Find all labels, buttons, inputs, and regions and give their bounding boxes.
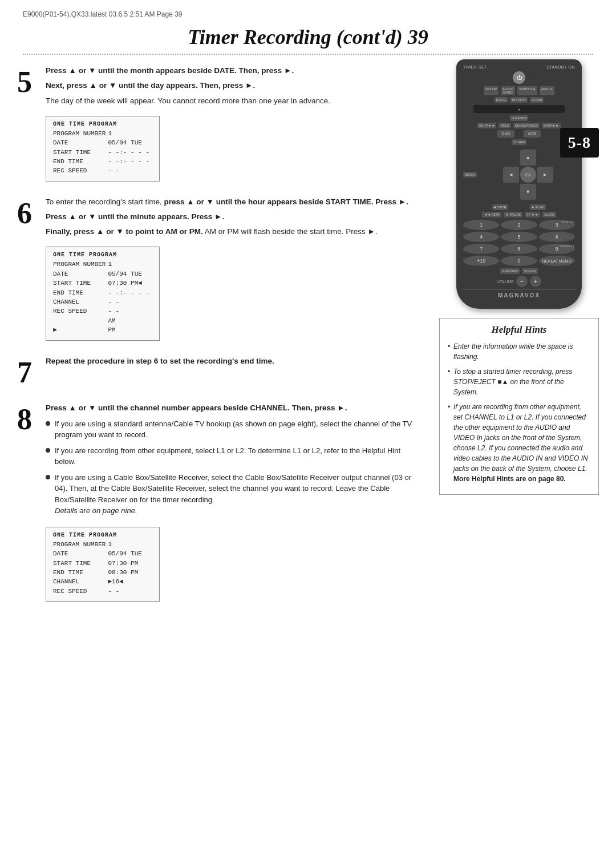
setup-button[interactable]: SETUP	[484, 86, 499, 95]
list-item: Enter the information while the space is…	[448, 341, 590, 362]
ff-button[interactable]: FF ►►	[525, 212, 540, 217]
table-row: REC SPEED- -	[53, 167, 152, 176]
num-6-button[interactable]: 6	[539, 232, 575, 242]
skip-row: SKIP/◄◄ TELE MODE/PRESS SKIP/►►	[463, 123, 575, 128]
step-6-line1: To enter the recording's start time, pre…	[46, 196, 422, 208]
num-0-button[interactable]: 0	[501, 256, 537, 266]
step-5-line1: Press ▲ or ▼ until the month appears bes…	[46, 65, 422, 76]
numpad: 1 2 3VCR/TV 4 5 6 7 8 9SEARCH +10 0 REPE…	[463, 220, 575, 266]
top-btn-row: SETUP AUDIOBAND SUBTITLE ANGLE	[463, 86, 575, 95]
left-column: 5 Press ▲ or ▼ until the month appears b…	[17, 65, 428, 616]
page-title: Timer Recording (cont'd) 39	[23, 25, 593, 49]
audio-band-button[interactable]: AUDIOBAND	[501, 86, 515, 95]
tuner-button[interactable]: TUNER	[512, 139, 527, 145]
table-row: CHANNEL►16◄	[53, 578, 144, 587]
step-5-box-title: ONE TIME PROGRAM	[53, 121, 152, 127]
ok-button[interactable]: OK	[520, 167, 536, 183]
list-item: If you are recording from other equipmen…	[46, 445, 422, 467]
num-extra-button[interactable]: REPEAT MEMO	[539, 256, 575, 266]
vcr-button[interactable]: VCR	[524, 130, 541, 138]
pause-button[interactable]: ⏸ PAUSE	[504, 212, 523, 217]
dpad-right-button[interactable]: ►	[537, 167, 553, 183]
stop-play-row: ■ STOP ► PLAY	[463, 204, 575, 210]
dpad-left-button[interactable]: ◄	[503, 167, 519, 183]
step-8-box-table: PROGRAM NUMBER1 DATE05/04 TUE START TIME…	[53, 541, 144, 596]
mode-press-button[interactable]: MODE/PRESS	[513, 123, 540, 128]
step-6-line2: Press ▲ or ▼ until the minute appears. P…	[46, 211, 422, 223]
step-8-number: 8	[17, 402, 38, 602]
num-3-button[interactable]: 3VCR/TV	[539, 220, 575, 230]
num-5-button[interactable]: 5	[501, 232, 537, 242]
dvd-button[interactable]: DVD	[497, 130, 514, 138]
transport-row: ◄◄ REW ⏸ PAUSE FF ►► SLOW	[463, 212, 575, 217]
file-info: E9000(P01-54).QX33.latest 03.6.5 2:51 AM…	[23, 10, 183, 18]
sound-button[interactable]: SOUND	[522, 268, 538, 274]
step-7-block: 7 Repeat the procedure in step 6 to set …	[17, 356, 422, 388]
helpful-hints-list: Enter the information while the space is…	[448, 341, 590, 484]
num-1-button[interactable]: 1	[463, 220, 499, 230]
table-row: PROGRAM NUMBER1	[53, 130, 152, 139]
volume-label: VOLUME	[497, 280, 514, 284]
play-button[interactable]: ► PLAY	[530, 204, 546, 210]
surround-button[interactable]: S-ROUND	[500, 268, 520, 274]
num-plus10-button[interactable]: +10	[463, 256, 499, 266]
vol-up-button[interactable]: +	[530, 276, 541, 287]
angle-button[interactable]: ANGLE	[540, 86, 554, 95]
rew-button[interactable]: ◄◄ REW	[482, 212, 501, 217]
tele-button[interactable]: TELE	[499, 123, 511, 128]
dpad-empty-bl	[503, 184, 519, 200]
table-row: START TIME07:30 PM	[53, 559, 144, 568]
step-6-box-table: PROGRAM NUMBER1 DATE05/04 TUE START TIME…	[53, 260, 152, 335]
table-row: DATE05/04 TUE	[53, 270, 152, 279]
num-2-button[interactable]: 2	[501, 220, 537, 230]
bullet-dot	[46, 421, 50, 426]
table-row: START TIME- -:- - - -	[53, 148, 152, 158]
remote-control: 5-8 TIMER SET STANDBY ON ⏻ SETUP AUDIOBA…	[456, 59, 582, 309]
standby-on-label: STANDBY ON	[546, 65, 575, 69]
step-7-text: Repeat the procedure in step 6 to set th…	[46, 356, 422, 367]
display-button[interactable]: DISPLAY	[510, 97, 528, 103]
dpad-up-button[interactable]: ▲	[520, 150, 536, 166]
list-item: If you are using a Cable Box/Satellite R…	[46, 472, 422, 517]
dvd-vcr-row: DVD VCR	[463, 130, 575, 138]
slow-button[interactable]: SLOW	[542, 212, 556, 217]
menu-button[interactable]: MENU	[463, 172, 477, 178]
mid-btn-row1: PROG DISPLAY ZOOM	[463, 97, 575, 103]
step-7-number: 7	[17, 356, 38, 388]
table-row: END TIME08:30 PM	[53, 568, 144, 578]
num-4-button[interactable]: 4	[463, 232, 499, 242]
volume-row: VOLUME − +	[463, 276, 575, 287]
skip-fwd-button[interactable]: SKIP/►►	[542, 123, 561, 128]
prog-button[interactable]: PROG	[495, 97, 508, 103]
helpful-hints-box: Helpful Hints Enter the information whil…	[439, 318, 599, 495]
list-item: If you are recording from other equipmen…	[448, 402, 590, 484]
zoom-button[interactable]: ZOOM	[530, 97, 544, 103]
step-6-program-box: ONE TIME PROGRAM PROGRAM NUMBER1 DATE05/…	[46, 247, 160, 340]
num-8-button[interactable]: 8	[501, 244, 537, 254]
skip-back-button[interactable]: SKIP/◄◄	[477, 123, 496, 128]
step-8-bullets: If you are using a standard antenna/Cabl…	[46, 418, 422, 517]
step-5-program-box: ONE TIME PROGRAM PROGRAM NUMBER1 DATE05/…	[46, 116, 160, 181]
dpad-down-button[interactable]: ▼	[520, 184, 536, 200]
helpful-hints-title: Helpful Hints	[448, 324, 590, 336]
num-9-button[interactable]: 9SEARCH	[539, 244, 575, 254]
subtitle-button[interactable]: SUBTITLE	[517, 86, 537, 95]
dpad-empty-br	[537, 184, 553, 200]
step-5-block: 5 Press ▲ or ▼ until the month appears b…	[17, 65, 422, 181]
num-7-button[interactable]: 7	[463, 244, 499, 254]
vol-down-button[interactable]: −	[516, 276, 528, 287]
greset-row: G-RESET	[463, 115, 575, 121]
table-row: ►PM	[53, 326, 152, 335]
dpad: ▲ ◄ OK ► ▼	[503, 150, 553, 200]
step-6-content: To enter the recording's start time, pre…	[46, 196, 422, 341]
step-6-block: 6 To enter the recording's start time, p…	[17, 196, 422, 341]
stop-button[interactable]: ■ STOP	[492, 204, 508, 210]
step-badge: 5-8	[560, 128, 599, 158]
table-row: DATE05/04 TUE	[53, 139, 152, 148]
greset-button[interactable]: G-RESET	[510, 115, 529, 121]
right-column: 5-8 TIMER SET STANDBY ON ⏻ SETUP AUDIOBA…	[439, 65, 599, 616]
step-5-number: 5	[17, 65, 38, 181]
power-button[interactable]: ⏻	[513, 71, 525, 84]
remote-divider	[463, 289, 575, 290]
dpad-empty-tr	[537, 150, 553, 166]
